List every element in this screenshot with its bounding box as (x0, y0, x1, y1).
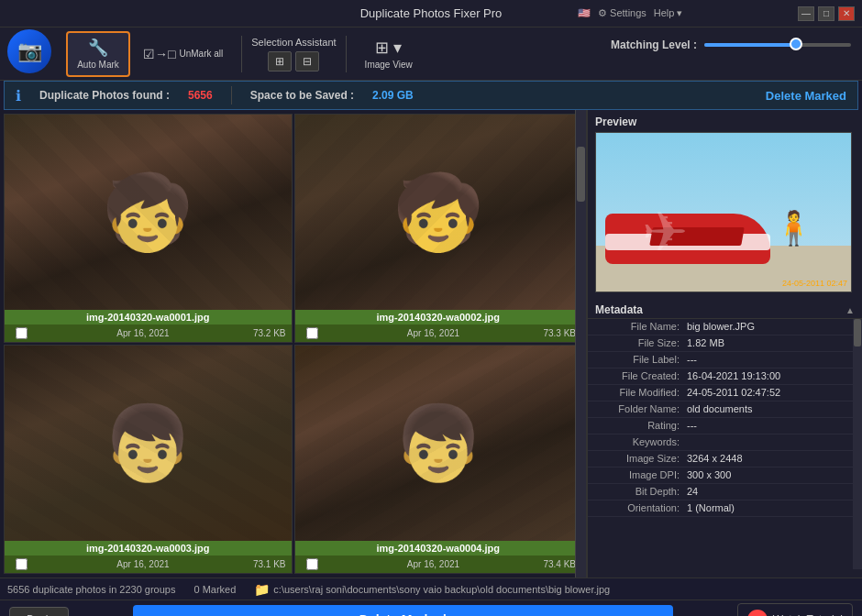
info-separator (231, 86, 232, 104)
meta-key: Bit Depth: (595, 486, 687, 498)
watch-tutorial-label: Watch Tutorial (773, 613, 843, 617)
space-value: 2.09 GB (372, 89, 414, 102)
watch-tutorial-button[interactable]: ▶ Watch Tutorial (737, 603, 853, 617)
photo-checkbox-4 (301, 557, 324, 571)
titlebar: Duplicate Photos Fixer Pro 🇺🇸 ⚙ Settings… (0, 0, 862, 28)
photo-info-1: img-20140320-wa0001.jpg (5, 310, 292, 324)
meta-key: Folder Name: (595, 403, 687, 415)
folder-icon: 📁 (254, 582, 270, 597)
photo-filename-2: img-20140320-wa0002.jpg (301, 312, 577, 323)
matching-level-label: Matching Level : (611, 38, 697, 51)
metadata-header: Metadata ▲ (588, 302, 862, 319)
photo-cell-4[interactable]: 👦 img-20140320-wa0004.jpg Apr 16, 2021 7… (294, 345, 583, 574)
meta-key: Image DPI: (595, 469, 687, 481)
photo-check-1[interactable] (16, 327, 28, 339)
info-icon: ℹ (16, 87, 21, 104)
unmark-all-button[interactable]: ☑→□ UnMark all (134, 31, 232, 77)
meta-val: big blower.JPG (687, 321, 855, 333)
photo-date-2: Apr 16, 2021 (407, 328, 459, 338)
toolbar: 🔧 Auto Mark ☑→□ UnMark all Selection Ass… (0, 28, 862, 81)
photo-filename-4: img-20140320-wa0004.jpg (301, 543, 577, 554)
meta-key: Image Size: (595, 453, 687, 465)
photo-check-3[interactable] (16, 558, 28, 570)
photo-thumb-3: 👦 (5, 346, 292, 541)
delete-marked-button[interactable]: Delete Marked (133, 605, 673, 617)
metadata-row: File Created: 16-04-2021 19:13:00 (588, 368, 862, 385)
metadata-row: File Size: 1.82 MB (588, 336, 862, 352)
metadata-row: Orientation: 1 (Normal) (588, 500, 862, 517)
duplicate-label: Duplicate Photos found : (39, 89, 170, 102)
sa-icon-group: ⊞ ⊟ (268, 51, 319, 72)
app-logo: 📷 (7, 29, 51, 73)
window-controls: — □ ✕ (798, 6, 855, 21)
status-count: 5656 duplicate photos in 2230 groups (7, 584, 175, 595)
preview-timestamp: 24-05-2011 02:47 (782, 279, 847, 288)
metadata-row: Image DPI: 300 x 300 (588, 468, 862, 484)
bottombar: Back Delete Marked ▶ Watch Tutorial (0, 600, 862, 616)
meta-key: File Name: (595, 321, 687, 333)
help-link[interactable]: Help ▾ (654, 7, 683, 19)
metadata-row: Bit Depth: 24 (588, 484, 862, 500)
photo-thumb-1: 🧒 (5, 115, 292, 310)
metadata-row: File Name: big blower.JPG (588, 319, 862, 336)
statusbar: 5656 duplicate photos in 2230 groups 0 M… (0, 578, 862, 600)
preview-section: Preview 🧍 24-05-2011 02:47 (588, 110, 862, 298)
close-button[interactable]: ✕ (838, 6, 855, 21)
unmark-icon: ☑→□ (143, 47, 175, 61)
metadata-scrollbar[interactable] (853, 319, 862, 569)
maximize-button[interactable]: □ (818, 6, 834, 21)
meta-key: Orientation: (595, 502, 687, 514)
minimize-button[interactable]: — (798, 6, 814, 21)
photo-meta-2: Apr 16, 2021 73.3 KB (295, 324, 582, 342)
photo-size-4: 73.4 KB (543, 559, 576, 569)
image-view-icon: ⊞ ▾ (375, 38, 402, 58)
app-title: Duplicate Photos Fixer Pro (360, 6, 503, 20)
meta-key: File Created: (595, 370, 687, 382)
play-icon: ▶ (747, 610, 768, 617)
image-view-label: Image View (365, 60, 413, 70)
duplicate-count: 5656 (188, 89, 213, 102)
metadata-row: Rating: --- (588, 418, 862, 434)
photo-meta-3: Apr 16, 2021 73.1 KB (5, 556, 292, 573)
photo-cell-1[interactable]: 🧒 img-20140320-wa0001.jpg Apr 16, 2021 7… (4, 114, 293, 343)
matching-level-area: Matching Level : (611, 38, 851, 51)
meta-val (687, 436, 855, 448)
photo-check-2[interactable] (306, 327, 318, 339)
metadata-label: Metadata (595, 303, 643, 316)
auto-mark-label: Auto Mark (77, 60, 119, 70)
photo-cell-3[interactable]: 👦 img-20140320-wa0003.jpg Apr 16, 2021 7… (4, 345, 293, 574)
lang-flag: 🇺🇸 (578, 7, 591, 19)
meta-val: 3264 x 2448 (687, 453, 855, 465)
metadata-row: File Label: --- (588, 352, 862, 368)
photo-date-1: Apr 16, 2021 (116, 328, 169, 338)
auto-mark-button[interactable]: 🔧 Auto Mark (66, 31, 130, 77)
meta-val: 24-05-2011 02:47:52 (687, 387, 855, 399)
metadata-scroll-up[interactable]: ▲ (845, 305, 855, 315)
sa-icon-2[interactable]: ⊟ (295, 51, 319, 72)
photo-checkbox-3 (10, 557, 33, 571)
delete-marked-link[interactable]: Delete Marked (766, 89, 846, 103)
settings-link[interactable]: ⚙ Settings (598, 7, 646, 19)
toolbar-separator-1 (241, 36, 242, 72)
meta-key: File Modified: (595, 387, 687, 399)
photo-checkbox-2 (301, 326, 324, 340)
meta-val: 16-04-2021 19:13:00 (687, 370, 855, 382)
back-button[interactable]: Back (9, 607, 69, 617)
sa-icon-1[interactable]: ⊞ (268, 51, 292, 72)
preview-image: 🧍 24-05-2011 02:47 (595, 132, 852, 292)
photo-date-3: Apr 16, 2021 (116, 559, 169, 569)
meta-val: 1.82 MB (687, 337, 855, 349)
photo-cell-2[interactable]: 🧒 img-20140320-wa0002.jpg Apr 16, 2021 7… (294, 114, 583, 343)
selection-assistant-group: Selection Assistant ⊞ ⊟ (251, 37, 336, 72)
image-view-button[interactable]: ⊞ ▾ Image View (356, 34, 422, 73)
photo-check-4[interactable] (306, 558, 318, 570)
meta-val: --- (687, 354, 855, 366)
meta-val: 24 (687, 486, 855, 498)
matching-level-slider[interactable] (704, 43, 851, 47)
photo-grid-scrollbar[interactable] (575, 110, 586, 578)
meta-key: Keywords: (595, 436, 687, 448)
metadata-scrollbar-thumb (854, 319, 861, 346)
photo-size-1: 73.2 KB (253, 328, 286, 338)
status-marked: 0 Marked (193, 584, 236, 595)
photo-size-2: 73.3 KB (543, 328, 576, 338)
